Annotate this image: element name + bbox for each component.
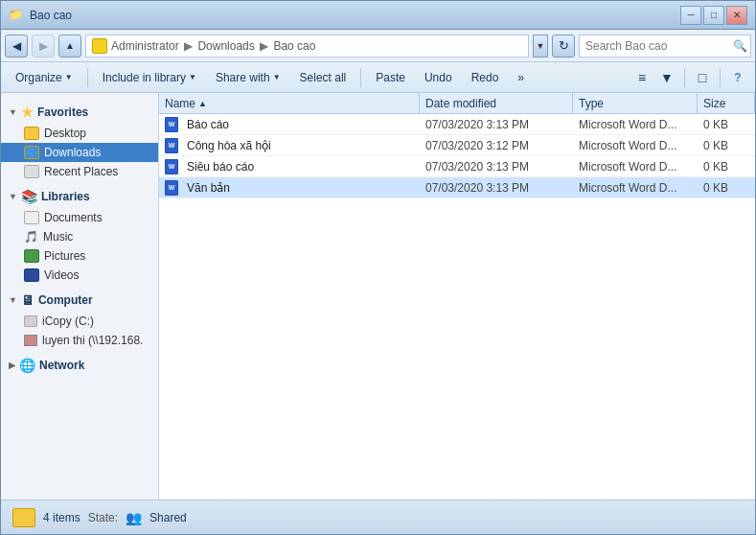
libraries-label: Libraries <box>41 190 90 203</box>
sidebar-item-recent-places[interactable]: Recent Places <box>1 162 158 181</box>
libraries-icon: 📚 <box>21 189 37 204</box>
redo-label: Redo <box>471 71 499 84</box>
network-collapse-icon: ▶ <box>9 361 15 370</box>
close-button[interactable]: ✕ <box>726 6 747 25</box>
sidebar-item-desktop[interactable]: Desktop <box>1 124 158 143</box>
network-drive-icon <box>24 335 37 346</box>
sidebar-network-header[interactable]: ▶ 🌐 Network <box>1 354 158 377</box>
include-arrow-icon: ▼ <box>189 73 196 81</box>
include-library-button[interactable]: Include in library ▼ <box>94 66 205 89</box>
file-date: 07/03/2020 3:13 PM <box>420 156 573 176</box>
share-label: Share with <box>216 71 270 84</box>
sidebar-group-network: ▶ 🌐 Network <box>1 354 158 377</box>
word-file-icon: W <box>165 117 178 132</box>
refresh-button[interactable]: ↻ <box>552 35 575 58</box>
col-size-label: Size <box>703 97 725 110</box>
status-folder-icon <box>12 508 35 527</box>
undo-button[interactable]: Undo <box>416 66 461 89</box>
sidebar-item-downloads[interactable]: Downloads <box>1 143 158 162</box>
file-size: 0 KB <box>698 114 755 134</box>
c-drive-icon <box>24 315 37 327</box>
table-row[interactable]: WVăn bản07/03/2020 3:13 PMMicrosoft Word… <box>159 177 755 198</box>
sidebar-group-computer: ▼ 🖥 Computer iCopy (C:) luyen thi (\\192… <box>1 289 158 350</box>
sidebar-desktop-label: Desktop <box>44 127 86 140</box>
toolbar: Organize ▼ Include in library ▼ Share wi… <box>1 62 755 93</box>
minimize-button[interactable]: ─ <box>680 6 701 25</box>
col-header-type[interactable]: Type <box>573 93 698 113</box>
status-shared-label: Shared <box>149 511 187 524</box>
organize-label: Organize <box>15 71 62 84</box>
sidebar-recent-label: Recent Places <box>44 165 118 178</box>
window-controls: ─ □ ✕ <box>680 6 747 25</box>
window: 📁 Bao cao ─ □ ✕ ◀ ▶ ▲ Administrator ▶ Do… <box>0 0 756 535</box>
share-arrow-icon: ▼ <box>273 73 281 81</box>
preview-button[interactable]: □ <box>691 66 714 89</box>
paste-button[interactable]: Paste <box>367 66 414 89</box>
window-icon: 📁 <box>9 8 24 23</box>
network-icon: 🌐 <box>19 358 35 373</box>
table-row[interactable]: WCông hòa xã hội07/03/2020 3:12 PMMicros… <box>159 135 755 156</box>
col-name-label: Name <box>165 97 195 110</box>
sidebar-item-pictures[interactable]: Pictures <box>1 246 158 266</box>
sidebar-downloads-label: Downloads <box>44 146 101 159</box>
maximize-button[interactable]: □ <box>703 6 724 25</box>
view-toggle-button[interactable]: ▼ <box>655 66 678 89</box>
favorites-label: Favorites <box>37 105 88 119</box>
file-list: WBáo cáo07/03/2020 3:13 PMMicrosoft Word… <box>159 114 755 500</box>
search-input[interactable] <box>585 39 729 53</box>
search-box[interactable]: 🔍 <box>579 35 751 58</box>
file-name: Công hòa xã hội <box>187 139 271 152</box>
sidebar-item-c-drive[interactable]: iCopy (C:) <box>1 312 158 331</box>
col-header-size[interactable]: Size <box>698 93 755 113</box>
sidebar-item-network-drive[interactable]: luyen thi (\\192.168. <box>1 331 158 350</box>
col-date-label: Date modified <box>425 97 496 110</box>
sidebar-libraries-header[interactable]: ▼ 📚 Libraries <box>1 185 158 208</box>
word-file-icon: W <box>165 138 178 153</box>
address-dropdown-button[interactable]: ▼ <box>533 35 548 58</box>
select-all-button[interactable]: Select all <box>291 66 355 89</box>
breadcrumb-current[interactable]: Bao cao <box>273 39 315 53</box>
file-type: Microsoft Word D... <box>573 177 698 198</box>
paste-label: Paste <box>376 71 405 84</box>
help-button[interactable]: ? <box>726 66 749 89</box>
col-header-date[interactable]: Date modified <box>420 93 573 113</box>
favorites-star-icon: ★ <box>21 105 34 120</box>
sidebar-favorites-header[interactable]: ▼ ★ Favorites <box>1 101 158 124</box>
redo-button[interactable]: Redo <box>463 66 508 89</box>
sidebar-network-drive-label: luyen thi (\\192.168. <box>42 334 143 347</box>
libraries-collapse-icon: ▼ <box>9 192 17 201</box>
sidebar-music-label: Music <box>43 230 73 244</box>
col-header-name[interactable]: Name ▲ <box>159 93 420 113</box>
status-shared-icon: 👥 <box>126 510 142 525</box>
breadcrumb-downloads[interactable]: Downloads <box>197 39 254 53</box>
status-bar: 4 items State: 👥 Shared <box>1 500 755 534</box>
organize-button[interactable]: Organize ▼ <box>7 66 81 89</box>
sidebar-c-drive-label: iCopy (C:) <box>42 314 94 328</box>
file-date: 07/03/2020 3:12 PM <box>420 135 573 155</box>
table-row[interactable]: WBáo cáo07/03/2020 3:13 PMMicrosoft Word… <box>159 114 755 135</box>
view-details-button[interactable]: ≡ <box>630 66 653 89</box>
file-size: 0 KB <box>698 156 755 176</box>
sidebar-item-videos[interactable]: Videos <box>1 266 158 285</box>
share-with-button[interactable]: Share with ▼ <box>207 66 289 89</box>
recent-places-icon <box>24 165 39 178</box>
favorites-collapse-icon: ▼ <box>9 107 17 117</box>
table-row[interactable]: WSiêu báo cáo07/03/2020 3:13 PMMicrosoft… <box>159 156 755 177</box>
include-label: Include in library <box>103 71 186 84</box>
status-state-label: State: <box>88 511 118 524</box>
title-bar: 📁 Bao cao ─ □ ✕ <box>1 1 755 30</box>
breadcrumb-admin[interactable]: Administrator <box>111 39 179 53</box>
file-date: 07/03/2020 3:13 PM <box>420 114 573 134</box>
up-button[interactable]: ▲ <box>58 35 81 58</box>
address-path[interactable]: Administrator ▶ Downloads ▶ Bao cao <box>85 35 529 58</box>
computer-icon: 🖥 <box>21 292 34 308</box>
forward-button[interactable]: ▶ <box>32 35 55 58</box>
more-button[interactable]: » <box>509 66 533 89</box>
sidebar-item-documents[interactable]: Documents <box>1 208 158 227</box>
computer-label: Computer <box>38 293 93 307</box>
file-size: 0 KB <box>698 177 755 198</box>
sidebar-item-music[interactable]: 🎵 Music <box>1 227 158 246</box>
back-button[interactable]: ◀ <box>5 35 28 58</box>
col-type-label: Type <box>579 97 604 110</box>
sidebar-computer-header[interactable]: ▼ 🖥 Computer <box>1 289 158 312</box>
